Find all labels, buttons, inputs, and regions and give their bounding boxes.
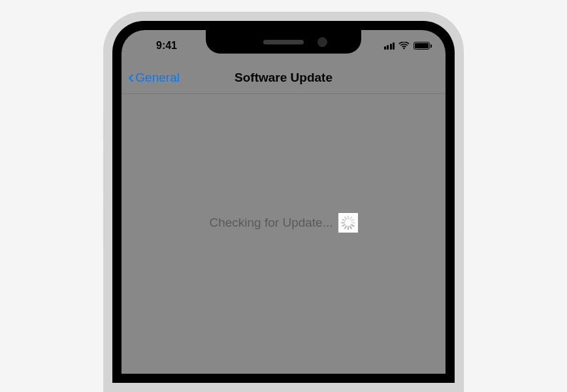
chevron-left-icon: ‹	[128, 68, 134, 86]
back-button-label: General	[135, 71, 180, 85]
wifi-icon	[398, 42, 410, 50]
status-time: 9:41	[137, 40, 196, 52]
nav-bar: ‹ General Software Update	[122, 61, 446, 94]
side-button-volume-up	[103, 152, 104, 195]
side-button-silence	[103, 116, 104, 139]
checking-status-text: Checking for Update...	[209, 216, 332, 230]
loading-spinner-box	[338, 213, 358, 233]
side-button-volume-down	[103, 204, 104, 248]
screen: 9:41 ‹	[122, 30, 446, 374]
phone-bezel: 9:41 ‹	[112, 21, 455, 383]
checking-status-row: Checking for Update...	[209, 213, 357, 233]
loading-spinner-icon	[341, 216, 355, 230]
battery-icon	[413, 42, 430, 50]
cellular-signal-icon	[384, 42, 395, 50]
status-icons	[371, 42, 430, 50]
page-title: Software Update	[235, 71, 332, 85]
content-area: Checking for Update...	[122, 97, 446, 374]
phone-frame: 9:41 ‹	[103, 12, 464, 392]
side-button-power	[463, 165, 464, 231]
status-bar: 9:41	[122, 30, 446, 61]
back-button[interactable]: ‹ General	[128, 69, 180, 86]
